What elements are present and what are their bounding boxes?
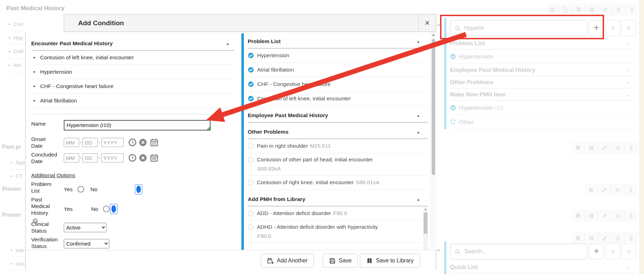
- sidebar-collapse-icon[interactable]: ◀: [437, 22, 439, 27]
- calendar-icon[interactable]: [150, 154, 158, 162]
- scrollbar-thumb[interactable]: [432, 39, 435, 175]
- problem-list-no-radio[interactable]: [135, 184, 142, 194]
- modal-scrollbar[interactable]: ▲: [430, 32, 436, 250]
- pmh-yes-radio[interactable]: [110, 204, 117, 214]
- quicklist-collapse-icon[interactable]: ◀: [437, 248, 439, 252]
- collapse-arrow-icon[interactable]: ▲: [626, 68, 629, 72]
- sidebar-section-header[interactable]: Employee Past Medical History▲: [450, 64, 635, 76]
- addable-problem-item[interactable]: ADD - Attention deficit disorderF90.0: [248, 206, 422, 221]
- verification-status-select[interactable]: Confirmed: [64, 239, 109, 248]
- section-header[interactable]: Employee Past Medical History▲: [248, 109, 428, 122]
- mic-toolbar-button[interactable]: [624, 232, 638, 244]
- addable-problem-item[interactable]: ADHD - Attention deficit disorder with h…: [248, 221, 422, 243]
- scrollbar-thumb[interactable]: [424, 213, 427, 234]
- addable-problem-item[interactable]: Contusion of other part of head, initial…: [248, 153, 428, 175]
- quicklist-add-button[interactable]: +: [589, 243, 604, 260]
- encounter-pmh-item[interactable]: •Hypertension: [31, 65, 234, 79]
- pencil-toolbar-button[interactable]: [598, 210, 611, 222]
- x-toolbar-button[interactable]: [612, 4, 625, 15]
- collapse-arrow-icon[interactable]: ▲: [417, 40, 420, 44]
- pencil-toolbar-button[interactable]: [598, 232, 611, 244]
- mic-toolbar-button[interactable]: [624, 210, 638, 222]
- sidebar-section-header[interactable]: Make New PMH Item▲: [450, 88, 635, 101]
- selected-problem-item[interactable]: Atrial fibrillation: [248, 63, 428, 77]
- onset-month-input[interactable]: [64, 138, 79, 147]
- concluded-year-input[interactable]: [101, 153, 124, 162]
- collapse-arrow-icon[interactable]: ▲: [417, 130, 420, 134]
- addable-problem-item[interactable]: Contusion of right knee, initial encount…: [248, 175, 428, 190]
- add-another-button[interactable]: Add Another: [261, 254, 314, 268]
- clinical-status-select[interactable]: Active: [64, 223, 107, 232]
- scrollbar-up-arrow[interactable]: ▲: [431, 33, 436, 36]
- concluded-month-input[interactable]: [64, 153, 79, 162]
- section-header[interactable]: Other Problems▲: [248, 125, 428, 139]
- pencil-toolbar-button[interactable]: [598, 142, 611, 154]
- encounter-pmh-item[interactable]: •Contusion of left knee, initial encount…: [31, 51, 234, 65]
- encounter-pmh-header[interactable]: Encounter Past Medical History ▲: [31, 37, 234, 51]
- additional-options-link[interactable]: Additional Options: [31, 172, 75, 179]
- mic-toolbar-button[interactable]: [624, 142, 638, 154]
- book-toolbar-button[interactable]: [585, 4, 598, 15]
- bookmark-toolbar-button[interactable]: [571, 232, 584, 244]
- bookmark-toolbar-button[interactable]: [572, 4, 585, 15]
- save-to-library-button[interactable]: Save to Library: [360, 254, 420, 268]
- collapse-arrow-icon[interactable]: ▲: [626, 41, 629, 45]
- selected-problem-item[interactable]: Hypertension: [248, 48, 428, 63]
- scrollbar-up-arrow[interactable]: ▲: [423, 208, 428, 211]
- clear-date-icon[interactable]: [139, 138, 147, 147]
- collapse-arrow-icon[interactable]: ▲: [226, 42, 229, 46]
- quicklist-section-header[interactable]: Quick List ▲: [450, 261, 635, 273]
- x-toolbar-button[interactable]: [611, 210, 624, 222]
- condition-name-input[interactable]: [64, 121, 210, 130]
- sidebar-section-header[interactable]: Other Problems▲: [450, 76, 635, 88]
- concluded-day-input[interactable]: [82, 153, 98, 162]
- mic-toolbar-button[interactable]: [625, 4, 638, 15]
- clear-date-icon[interactable]: [139, 154, 147, 162]
- collapse-arrow-icon[interactable]: ▲: [417, 114, 420, 118]
- pencil-toolbar-button[interactable]: [598, 4, 612, 15]
- book-toolbar-button[interactable]: [584, 210, 598, 222]
- sidebar-pmh-item[interactable]: Hypertension: [450, 49, 635, 64]
- collapse-arrow-icon[interactable]: ▲: [417, 198, 420, 201]
- collapse-arrow-icon[interactable]: ▲: [626, 80, 629, 84]
- bookmark-toolbar-button[interactable]: [571, 210, 584, 222]
- calendar-icon[interactable]: [150, 138, 158, 147]
- selected-problem-item[interactable]: Contusion of left knee, initial encounte…: [248, 92, 428, 106]
- x-toolbar-button[interactable]: [611, 232, 624, 244]
- close-button[interactable]: ✕: [418, 14, 436, 32]
- grid-toolbar-button[interactable]: [546, 4, 559, 15]
- book-toolbar-button[interactable]: [584, 184, 597, 196]
- clock-icon[interactable]: [128, 154, 137, 162]
- encounter-pmh-item[interactable]: •CHF - Congestive heart failure: [31, 79, 234, 94]
- quicklist-expand-all-button[interactable]: [605, 243, 621, 260]
- bookmark-toolbar-button[interactable]: [571, 142, 584, 154]
- pmh-no-radio[interactable]: [103, 206, 110, 212]
- addable-problem-item[interactable]: Pain in right shoulderM25.511: [248, 139, 428, 153]
- library-scrollbar[interactable]: ▲: [423, 207, 428, 255]
- collapse-arrow-icon[interactable]: ▲: [626, 93, 629, 96]
- clock-icon[interactable]: [128, 138, 137, 147]
- quicklist-search-box[interactable]: [450, 243, 587, 260]
- collapse-arrow-icon[interactable]: ▲: [626, 265, 629, 269]
- pencil-toolbar-button[interactable]: [597, 184, 611, 196]
- book-toolbar-button[interactable]: [584, 232, 598, 244]
- quicklist-search-input[interactable]: [464, 248, 587, 255]
- section-header[interactable]: Add PMH from Library▲: [248, 193, 428, 206]
- expand-all-button[interactable]: [605, 20, 621, 36]
- problem-list-yes-radio[interactable]: [77, 186, 84, 193]
- file-toolbar-button[interactable]: [559, 4, 572, 15]
- sidebar-pmh-item[interactable]: Other: [450, 115, 635, 129]
- onset-year-input[interactable]: [101, 138, 124, 147]
- section-header[interactable]: Problem List▲: [248, 35, 428, 48]
- selected-problem-item[interactable]: CHF - Congestive heart failure: [248, 77, 428, 92]
- x-toolbar-button[interactable]: [611, 142, 624, 154]
- save-button[interactable]: Save: [323, 254, 358, 268]
- mic-toolbar-button[interactable]: [624, 184, 637, 196]
- sidebar-pmh-item[interactable]: HypertensionI10: [450, 101, 635, 115]
- x-toolbar-button[interactable]: [611, 184, 624, 196]
- encounter-pmh-item[interactable]: •Atrial fibrillation: [31, 94, 234, 108]
- book-toolbar-button[interactable]: [584, 142, 598, 154]
- collapse-all-button[interactable]: [621, 20, 636, 36]
- quicklist-collapse-all-button[interactable]: [621, 243, 636, 260]
- onset-day-input[interactable]: [82, 138, 98, 147]
